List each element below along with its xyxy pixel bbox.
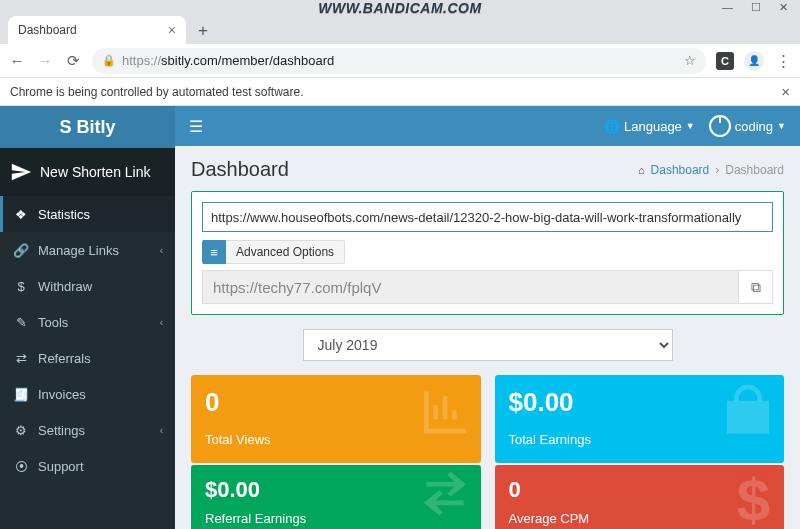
- invoices-icon: 🧾: [12, 387, 30, 402]
- address-bar-row: ← → ⟳ 🔒 https://sbitly.com/member/dashbo…: [0, 44, 800, 78]
- card-average-cpm: 0 Average CPM $: [495, 465, 785, 529]
- sidebar-item-label: Withdraw: [38, 279, 92, 294]
- card-label: Average CPM: [509, 511, 771, 526]
- copy-icon: ⧉: [751, 279, 761, 296]
- shortener-panel: ≡ Advanced Options ⧉: [191, 191, 784, 315]
- brand-logo[interactable]: S Bitly: [0, 106, 175, 148]
- profile-avatar[interactable]: 👤: [744, 51, 764, 71]
- sidebar-item-label: Invoices: [38, 387, 86, 402]
- chevron-left-icon: ‹: [160, 245, 163, 256]
- card-total-earnings: $0.00 Total Earnings: [495, 375, 785, 463]
- browser-chrome: WWW.BANDICAM.COM — ☐ ✕ Dashboard × + ← →…: [0, 0, 800, 106]
- automation-banner-text: Chrome is being controlled by automated …: [10, 85, 303, 99]
- stat-cards-row-2: $0.00 Referral Earnings 0 Average CPM $: [191, 463, 784, 529]
- browser-tab[interactable]: Dashboard ×: [8, 16, 186, 44]
- breadcrumb: ⌂ Dashboard › Dashboard: [638, 163, 784, 177]
- sidebar-nav: ❖Statistics🔗Manage Links‹$Withdraw✎Tools…: [0, 196, 175, 484]
- page-header: Dashboard ⌂ Dashboard › Dashboard: [191, 158, 784, 181]
- sidebar-item-settings[interactable]: ⚙Settings‹: [0, 412, 175, 448]
- breadcrumb-home[interactable]: Dashboard: [651, 163, 710, 177]
- advanced-options-label[interactable]: Advanced Options: [226, 240, 345, 264]
- url-scheme: https://: [122, 53, 161, 68]
- sidebar-item-manage-links[interactable]: 🔗Manage Links‹: [0, 232, 175, 268]
- bar-chart-icon: [417, 385, 473, 454]
- sidebar-item-referrals[interactable]: ⇄Referrals: [0, 340, 175, 376]
- window-maximize[interactable]: ☐: [751, 1, 761, 14]
- bookmark-star-icon[interactable]: ☆: [684, 53, 696, 68]
- main-area: ☰ 🌐 Language ▼ coding ▼ Dashboard ⌂: [175, 106, 800, 529]
- power-icon: [709, 115, 731, 137]
- home-icon: ⌂: [638, 164, 645, 176]
- sidebar-item-tools[interactable]: ✎Tools‹: [0, 304, 175, 340]
- tools-icon: ✎: [12, 315, 30, 330]
- tab-close-icon[interactable]: ×: [168, 22, 176, 38]
- sidebar-item-label: Manage Links: [38, 243, 119, 258]
- breadcrumb-current: Dashboard: [725, 163, 784, 177]
- language-dropdown[interactable]: 🌐 Language ▼: [604, 119, 695, 134]
- shopping-bag-icon: [720, 385, 776, 454]
- sidebar-item-label: Referrals: [38, 351, 91, 366]
- support-icon: ⦿: [12, 459, 30, 474]
- withdraw-icon: $: [12, 279, 30, 294]
- sidebar: S Bitly New Shorten Link ❖Statistics🔗Man…: [0, 106, 175, 529]
- caret-down-icon: ▼: [686, 121, 695, 131]
- manage-links-icon: 🔗: [12, 243, 30, 258]
- card-referral-earnings: $0.00 Referral Earnings: [191, 465, 481, 529]
- copy-button[interactable]: ⧉: [739, 270, 773, 304]
- reload-icon[interactable]: ⟳: [64, 52, 82, 70]
- sidebar-item-withdraw[interactable]: $Withdraw: [0, 268, 175, 304]
- window-close[interactable]: ✕: [779, 1, 788, 14]
- sidebar-item-label: Settings: [38, 423, 85, 438]
- sidebar-item-statistics[interactable]: ❖Statistics: [0, 196, 175, 232]
- referrals-icon: ⇄: [12, 351, 30, 366]
- sidebar-item-label: Tools: [38, 315, 68, 330]
- automation-banner: Chrome is being controlled by automated …: [0, 78, 800, 106]
- page-title: Dashboard: [191, 158, 289, 181]
- new-shorten-link-button[interactable]: New Shorten Link: [0, 148, 175, 196]
- card-value: 0: [509, 477, 771, 503]
- card-total-views: 0 Total Views: [191, 375, 481, 463]
- dollar-icon: $: [737, 466, 770, 530]
- globe-icon: 🌐: [604, 119, 620, 134]
- url-text: sbitly.com/member/dashboard: [161, 53, 334, 68]
- tab-title: Dashboard: [18, 23, 77, 37]
- sidebar-item-label: Statistics: [38, 207, 90, 222]
- address-bar[interactable]: 🔒 https://sbitly.com/member/dashboard ☆: [92, 48, 706, 74]
- window-minimize[interactable]: —: [722, 1, 733, 13]
- new-shorten-link-label: New Shorten Link: [40, 164, 151, 180]
- automation-banner-close-icon[interactable]: ×: [781, 83, 790, 100]
- topbar: ☰ 🌐 Language ▼ coding ▼: [175, 106, 800, 146]
- sidebar-item-support[interactable]: ⦿Support: [0, 448, 175, 484]
- new-tab-button[interactable]: +: [190, 18, 216, 44]
- language-label: Language: [624, 119, 682, 134]
- sliders-icon: ≡: [210, 245, 218, 260]
- url-input[interactable]: [202, 202, 773, 232]
- short-url-output[interactable]: [202, 270, 739, 304]
- exchange-icon: [417, 466, 473, 530]
- back-icon[interactable]: ←: [8, 52, 26, 69]
- window-controls: — ☐ ✕: [0, 0, 800, 14]
- breadcrumb-sep: ›: [715, 163, 719, 177]
- user-menu[interactable]: coding ▼: [709, 115, 786, 137]
- sidebar-item-invoices[interactable]: 🧾Invoices: [0, 376, 175, 412]
- settings-icon: ⚙: [12, 423, 30, 438]
- statistics-icon: ❖: [12, 207, 30, 222]
- sidebar-item-label: Support: [38, 459, 84, 474]
- content: Dashboard ⌂ Dashboard › Dashboard ≡ Adva…: [175, 146, 800, 529]
- extension-button[interactable]: C: [716, 52, 734, 70]
- forward-icon[interactable]: →: [36, 52, 54, 69]
- caret-down-icon: ▼: [777, 121, 786, 131]
- advanced-options-toggle[interactable]: ≡: [202, 240, 226, 264]
- stat-cards-row-1: 0 Total Views $0.00 Total Earnings: [191, 375, 784, 463]
- tab-strip: Dashboard × +: [0, 14, 800, 44]
- app-shell: S Bitly New Shorten Link ❖Statistics🔗Man…: [0, 106, 800, 529]
- kebab-menu-icon[interactable]: ⋮: [774, 52, 792, 70]
- paper-plane-icon: [10, 161, 32, 183]
- hamburger-icon[interactable]: ☰: [189, 117, 203, 136]
- lock-icon: 🔒: [102, 54, 116, 67]
- month-selector[interactable]: July 2019: [303, 329, 673, 361]
- user-label: coding: [735, 119, 773, 134]
- chevron-left-icon: ‹: [160, 317, 163, 328]
- chevron-left-icon: ‹: [160, 425, 163, 436]
